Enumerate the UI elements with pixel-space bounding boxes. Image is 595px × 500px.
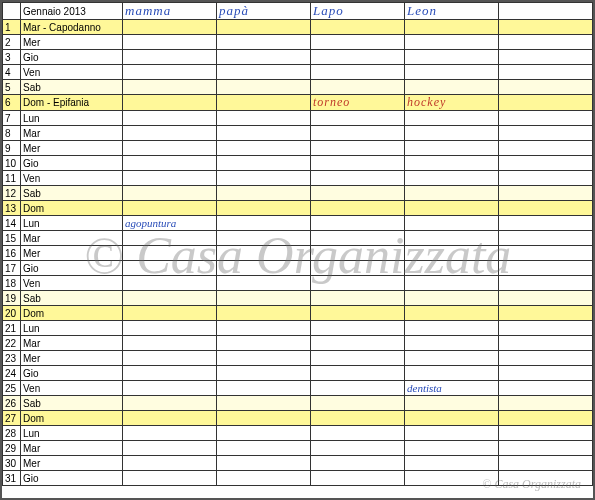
calendar-cell[interactable]: [499, 201, 593, 216]
calendar-cell[interactable]: agopuntura: [123, 216, 217, 231]
calendar-cell[interactable]: [217, 231, 311, 246]
calendar-cell[interactable]: [217, 20, 311, 35]
calendar-cell[interactable]: [311, 441, 405, 456]
calendar-cell[interactable]: [499, 291, 593, 306]
calendar-cell[interactable]: [123, 321, 217, 336]
calendar-cell[interactable]: [405, 141, 499, 156]
calendar-cell[interactable]: [123, 95, 217, 111]
calendar-cell[interactable]: [405, 276, 499, 291]
calendar-cell[interactable]: [405, 80, 499, 95]
calendar-cell[interactable]: [123, 201, 217, 216]
calendar-cell[interactable]: [405, 306, 499, 321]
calendar-cell[interactable]: [311, 411, 405, 426]
calendar-cell[interactable]: [217, 141, 311, 156]
calendar-cell[interactable]: [217, 156, 311, 171]
calendar-cell[interactable]: [217, 35, 311, 50]
calendar-cell[interactable]: [499, 95, 593, 111]
calendar-cell[interactable]: [311, 381, 405, 396]
calendar-cell[interactable]: [217, 396, 311, 411]
calendar-cell[interactable]: [217, 126, 311, 141]
calendar-cell[interactable]: [405, 126, 499, 141]
calendar-cell[interactable]: [311, 20, 405, 35]
calendar-cell[interactable]: [217, 216, 311, 231]
calendar-cell[interactable]: [217, 261, 311, 276]
calendar-cell[interactable]: [405, 291, 499, 306]
calendar-cell[interactable]: [499, 111, 593, 126]
calendar-cell[interactable]: [123, 111, 217, 126]
calendar-cell[interactable]: [217, 441, 311, 456]
calendar-cell[interactable]: [311, 261, 405, 276]
calendar-cell[interactable]: [499, 381, 593, 396]
calendar-cell[interactable]: [311, 126, 405, 141]
calendar-cell[interactable]: [405, 65, 499, 80]
calendar-cell[interactable]: [217, 246, 311, 261]
calendar-cell[interactable]: [499, 65, 593, 80]
calendar-cell[interactable]: [405, 456, 499, 471]
calendar-cell[interactable]: [405, 156, 499, 171]
calendar-cell[interactable]: [217, 471, 311, 486]
calendar-cell[interactable]: [123, 80, 217, 95]
calendar-cell[interactable]: [217, 186, 311, 201]
calendar-cell[interactable]: [217, 426, 311, 441]
calendar-cell[interactable]: [499, 366, 593, 381]
calendar-cell[interactable]: [217, 336, 311, 351]
calendar-cell[interactable]: [405, 366, 499, 381]
calendar-cell[interactable]: [217, 351, 311, 366]
calendar-cell[interactable]: [405, 171, 499, 186]
calendar-cell[interactable]: [311, 306, 405, 321]
calendar-cell[interactable]: [217, 411, 311, 426]
calendar-cell[interactable]: [311, 201, 405, 216]
calendar-cell[interactable]: [123, 65, 217, 80]
calendar-cell[interactable]: [499, 351, 593, 366]
calendar-cell[interactable]: [311, 65, 405, 80]
calendar-cell[interactable]: [311, 186, 405, 201]
calendar-cell[interactable]: [405, 336, 499, 351]
calendar-cell[interactable]: [499, 231, 593, 246]
calendar-cell[interactable]: [123, 186, 217, 201]
calendar-cell[interactable]: [405, 471, 499, 486]
calendar-cell[interactable]: [311, 276, 405, 291]
calendar-cell[interactable]: [217, 366, 311, 381]
calendar-cell[interactable]: [499, 141, 593, 156]
calendar-cell[interactable]: [123, 351, 217, 366]
calendar-cell[interactable]: [311, 246, 405, 261]
calendar-cell[interactable]: [405, 396, 499, 411]
calendar-cell[interactable]: [405, 321, 499, 336]
calendar-cell[interactable]: torneo: [311, 95, 405, 111]
calendar-cell[interactable]: [311, 111, 405, 126]
calendar-cell[interactable]: [499, 471, 593, 486]
calendar-cell[interactable]: [499, 216, 593, 231]
calendar-cell[interactable]: [311, 471, 405, 486]
calendar-cell[interactable]: [405, 111, 499, 126]
calendar-cell[interactable]: [123, 336, 217, 351]
calendar-cell[interactable]: [123, 426, 217, 441]
calendar-cell[interactable]: [123, 291, 217, 306]
calendar-cell[interactable]: [499, 35, 593, 50]
calendar-cell[interactable]: [311, 231, 405, 246]
calendar-cell[interactable]: [217, 80, 311, 95]
calendar-cell[interactable]: [217, 321, 311, 336]
calendar-cell[interactable]: [499, 126, 593, 141]
calendar-cell[interactable]: [311, 366, 405, 381]
calendar-cell[interactable]: [217, 171, 311, 186]
calendar-cell[interactable]: [311, 35, 405, 50]
calendar-cell[interactable]: [217, 291, 311, 306]
calendar-cell[interactable]: [123, 261, 217, 276]
calendar-cell[interactable]: [499, 20, 593, 35]
calendar-cell[interactable]: [405, 35, 499, 50]
calendar-cell[interactable]: [499, 336, 593, 351]
calendar-cell[interactable]: [123, 276, 217, 291]
calendar-cell[interactable]: [499, 186, 593, 201]
calendar-cell[interactable]: [499, 171, 593, 186]
calendar-cell[interactable]: [499, 321, 593, 336]
calendar-cell[interactable]: [405, 441, 499, 456]
calendar-cell[interactable]: [405, 20, 499, 35]
calendar-cell[interactable]: [311, 351, 405, 366]
calendar-cell[interactable]: [311, 171, 405, 186]
calendar-cell[interactable]: [405, 246, 499, 261]
calendar-cell[interactable]: [499, 456, 593, 471]
calendar-cell[interactable]: [311, 336, 405, 351]
calendar-cell[interactable]: [405, 201, 499, 216]
calendar-cell[interactable]: [499, 411, 593, 426]
calendar-cell[interactable]: [499, 80, 593, 95]
